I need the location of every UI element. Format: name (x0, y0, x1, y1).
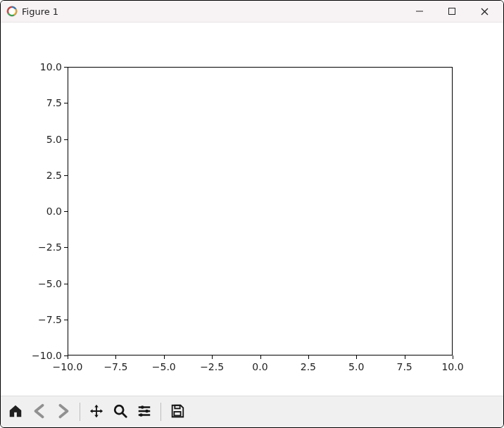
x-tick-label: 0.0 (252, 361, 267, 372)
home-icon (8, 403, 23, 421)
y-tick-mark (64, 211, 68, 212)
window-controls (403, 1, 500, 23)
plot-axes (68, 67, 453, 355)
arrow-left-icon (32, 403, 47, 421)
y-tick-label: 2.5 (46, 170, 62, 181)
zoom-button[interactable] (110, 401, 131, 422)
x-tick-mark (164, 355, 165, 359)
y-tick-mark (64, 139, 68, 140)
svg-point-10 (145, 409, 149, 413)
y-tick-label: −2.5 (38, 241, 62, 253)
maximize-button[interactable] (436, 1, 468, 23)
y-tick-label: 7.5 (46, 97, 62, 108)
y-tick-label: −5.0 (38, 278, 62, 289)
x-tick-mark (405, 355, 405, 359)
window-title: Figure 1 (22, 6, 403, 17)
home-button[interactable] (5, 401, 26, 422)
x-tick-mark (68, 355, 68, 359)
navigation-toolbar (1, 396, 504, 427)
arrow-right-icon (56, 403, 71, 421)
svg-point-8 (141, 405, 144, 409)
y-tick-label: 10.0 (40, 61, 62, 73)
forward-button[interactable] (53, 401, 74, 422)
zoom-icon (113, 403, 128, 421)
y-tick-mark (64, 320, 68, 320)
move-icon (89, 403, 104, 421)
x-tick-label: −5.0 (152, 361, 176, 372)
svg-rect-2 (449, 8, 455, 15)
back-button[interactable] (29, 401, 50, 422)
svg-rect-13 (174, 411, 180, 415)
y-tick-mark (64, 284, 68, 284)
figure-canvas[interactable]: −10.0−7.5−5.0−2.50.02.55.07.510.0−10.0−7… (1, 23, 504, 396)
y-tick-label: −7.5 (38, 314, 62, 325)
y-tick-mark (64, 247, 68, 248)
x-tick-label: 7.5 (396, 361, 412, 372)
y-tick-mark (64, 103, 68, 103)
x-tick-label: −2.5 (200, 361, 224, 372)
svg-line-6 (122, 413, 127, 417)
x-tick-mark (115, 355, 116, 359)
save-icon (170, 403, 185, 421)
sliders-icon (137, 403, 152, 421)
y-tick-mark (64, 67, 68, 68)
x-tick-label: 2.5 (301, 361, 316, 372)
save-button[interactable] (167, 401, 188, 422)
x-tick-label: −10.0 (53, 361, 83, 372)
configure-subplots-button[interactable] (134, 401, 155, 422)
svg-rect-14 (175, 405, 179, 408)
app-icon (6, 6, 18, 17)
y-tick-label: −10.0 (32, 350, 62, 361)
x-tick-label: 10.0 (441, 361, 463, 372)
pan-button[interactable] (86, 401, 107, 422)
titlebar: Figure 1 (1, 1, 503, 23)
x-tick-mark (260, 355, 261, 359)
y-tick-label: 5.0 (46, 134, 62, 145)
x-tick-mark (212, 355, 213, 359)
close-button[interactable] (468, 1, 500, 23)
x-tick-mark (356, 355, 357, 359)
x-tick-mark (453, 355, 453, 359)
y-tick-mark (64, 175, 68, 176)
toolbar-separator (80, 403, 80, 421)
x-tick-mark (308, 355, 309, 359)
minimize-button[interactable] (403, 1, 436, 23)
svg-point-12 (139, 413, 143, 417)
x-tick-label: −7.5 (103, 361, 127, 372)
x-tick-label: 5.0 (348, 361, 364, 372)
y-tick-label: 0.0 (46, 206, 62, 217)
toolbar-separator (160, 403, 161, 421)
y-tick-mark (64, 355, 68, 356)
